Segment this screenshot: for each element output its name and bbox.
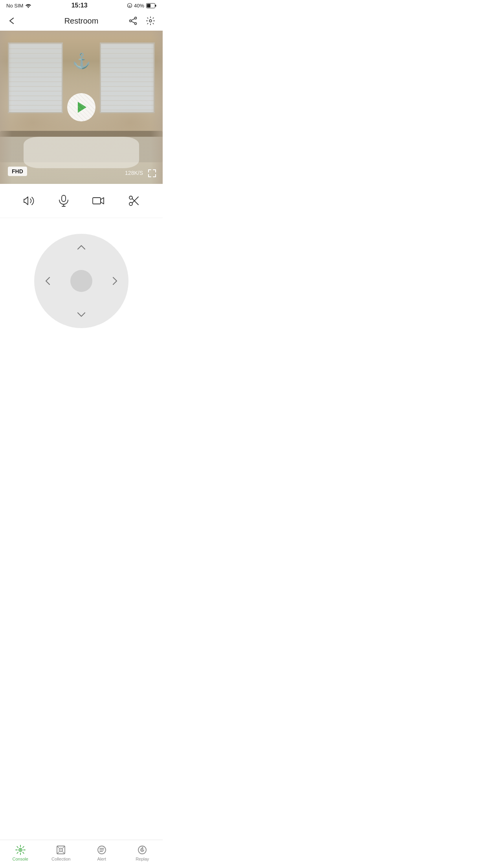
quality-badge: FHD — [8, 167, 27, 176]
bitrate-display: 128K/S — [125, 170, 143, 176]
header-right — [133, 15, 156, 27]
microphone-button[interactable] — [55, 192, 72, 210]
window-right — [100, 42, 155, 113]
page-title: Restroom — [30, 17, 133, 26]
anchor-decoration: ⚓ — [72, 52, 91, 70]
lock-rotation-icon: ⊕ — [127, 3, 132, 8]
battery-text: 40% — [134, 3, 144, 9]
scissors-button[interactable] — [125, 192, 142, 209]
header-left — [6, 15, 30, 26]
svg-line-9 — [131, 21, 135, 23]
svg-rect-4 — [155, 5, 156, 7]
svg-rect-14 — [93, 198, 101, 204]
svg-rect-11 — [62, 195, 66, 202]
battery-icon — [146, 3, 156, 8]
svg-point-5 — [135, 17, 137, 19]
dpad-center-button[interactable] — [70, 270, 92, 292]
back-button[interactable] — [6, 15, 18, 26]
svg-point-10 — [149, 20, 152, 22]
status-bar: No SIM 15:13 ⊕ 40% — [0, 0, 163, 11]
wifi-icon — [25, 3, 31, 8]
controls-row — [0, 184, 163, 218]
dpad-down-button[interactable] — [73, 307, 89, 323]
status-time: 15:13 — [72, 2, 88, 9]
svg-rect-3 — [147, 4, 150, 7]
carrier-text: No SIM — [6, 3, 23, 9]
video-camera-button[interactable] — [89, 193, 108, 209]
scatter — [24, 137, 139, 168]
video-container: ⚓ FHD 128K/S — [0, 31, 163, 184]
window-left — [8, 42, 63, 113]
svg-point-6 — [135, 23, 137, 25]
blur-left — [0, 31, 12, 184]
fullscreen-button[interactable] — [148, 169, 156, 178]
blur-top — [0, 31, 163, 39]
dpad-left-button[interactable] — [40, 273, 55, 289]
settings-button[interactable] — [145, 15, 156, 27]
share-button[interactable] — [127, 15, 139, 27]
header: Restroom — [0, 11, 163, 31]
status-right: ⊕ 40% — [127, 3, 156, 9]
speaker-button[interactable] — [20, 192, 39, 209]
dpad — [34, 234, 128, 328]
play-triangle — [78, 102, 86, 113]
play-button[interactable] — [67, 93, 95, 121]
svg-text:⊕: ⊕ — [128, 5, 131, 7]
status-left: No SIM — [6, 3, 31, 9]
dpad-container — [0, 218, 163, 340]
svg-point-7 — [130, 20, 132, 22]
blur-right — [151, 31, 163, 184]
dpad-right-button[interactable] — [107, 273, 123, 289]
dpad-up-button[interactable] — [73, 239, 89, 255]
svg-line-8 — [131, 18, 135, 20]
